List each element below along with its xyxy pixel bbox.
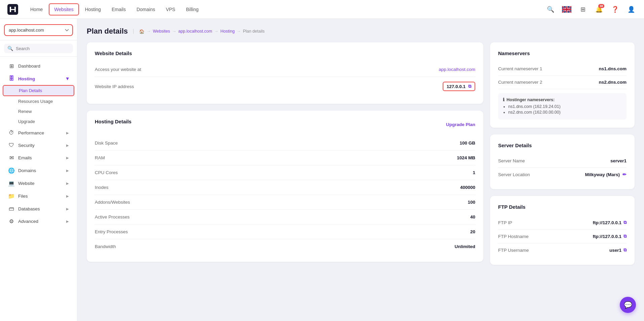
chevron-icon: ▶ [66,131,69,135]
website-details-title: Website Details [95,50,475,56]
copy-ftp-hostname-icon[interactable]: ⧉ [623,234,627,239]
ftp-details-card: FTP Details FTP IP ftp://127.0.0.1 ⧉ FTP… [490,196,635,265]
breadcrumb-hosting[interactable]: Hosting [220,29,235,34]
sidebar-item-domains[interactable]: 🌐 Domains ▶ [3,164,74,177]
ftp-username-value: user1 ⧉ [609,247,627,253]
notifications-button[interactable]: 🔔 38 [593,3,605,15]
copy-ftp-ip-icon[interactable]: ⧉ [623,220,627,225]
nav-vps[interactable]: VPS [161,4,180,15]
active-processes-row: Active Processes 40 [95,210,475,225]
breadcrumb-current: Plan details [243,29,265,34]
hosting-details-title: Hosting Details [95,119,131,124]
chevron-icon: ▶ [66,77,70,80]
access-label: Access your website at [95,67,141,72]
addons-value: 100 [468,200,475,205]
chat-button[interactable]: 💬 [620,297,636,313]
active-processes-value: 40 [470,214,475,219]
left-column: Website Details Access your website at a… [87,42,483,265]
ftp-details-title: FTP Details [498,204,627,210]
top-navigation: Home Websites Hosting Emails Domains VPS… [0,0,644,19]
server-details-card: Server Details Server Name server1 Serve… [490,134,635,189]
ip-label: Website IP address [95,84,134,89]
nav-billing[interactable]: Billing [181,4,203,15]
chevron-icon: ▶ [66,207,69,211]
chevron-icon: ▶ [66,219,69,223]
sidebar-subitem-resources-usage[interactable]: Resources Usage [3,96,74,106]
folder-icon: 📁 [8,193,15,199]
main-content: Plan details 🏠 → Websites → app.localhos… [77,19,644,321]
nav-home[interactable]: Home [26,4,47,15]
nav-emails[interactable]: Emails [107,4,130,15]
breadcrumb: 🏠 → Websites → app.localhost.com → Hosti… [133,29,265,34]
sidebar-item-files[interactable]: 📁 Files ▶ [3,190,74,202]
sidebar-subitem-plan-details[interactable]: Plan Details [3,85,74,96]
bandwidth-row: Bandwidth Unlimited [95,239,475,254]
sidebar-item-label: Dashboard [18,64,40,69]
logo[interactable] [7,3,19,15]
inodes-label: Inodes [95,185,109,190]
ftp-username-label: FTP Username [498,248,529,253]
sidebar-item-label: Databases [18,206,40,211]
chevron-icon: ▶ [66,194,69,198]
copy-ip-icon[interactable]: ⧉ [468,84,471,89]
sidebar-item-label: Security [18,143,35,148]
access-link[interactable]: app.localhost.com [439,67,475,72]
ram-row: RAM 1024 MB [95,151,475,165]
sidebar-item-security[interactable]: 🛡 Security ▶ [3,139,74,151]
search-box[interactable]: 🔍 [4,44,73,53]
ip-value: 127.0.0.1 [447,84,466,89]
cpu-row: CPU Cores 1 [95,165,475,180]
sidebar-item-website[interactable]: 💻 Website ▶ [3,177,74,190]
inodes-row: Inodes 400000 [95,180,475,195]
bandwidth-label: Bandwidth [95,244,116,249]
user-avatar[interactable]: 👤 [625,3,637,15]
sidebar-item-performance[interactable]: ⏱ Performance ▶ [3,127,74,139]
bandwidth-value: Unlimited [454,244,475,249]
active-processes-label: Active Processes [95,214,130,219]
laptop-icon: 💻 [8,180,15,187]
breadcrumb-domain[interactable]: app.localhost.com [178,29,212,34]
nav-domains[interactable]: Domains [132,4,160,15]
screens-button[interactable]: ⊞ [577,3,589,15]
database-icon: 🗃 [8,206,15,212]
sidebar-item-advanced[interactable]: ⚙ Advanced ▶ [3,215,74,228]
search-input[interactable] [16,46,70,51]
nav-websites[interactable]: Websites [49,3,79,15]
language-selector[interactable] [561,3,573,15]
ftp-hostname-value: ftp://127.0.0.1 ⧉ [593,234,627,239]
upgrade-plan-link[interactable]: Upgrade Plan [446,122,475,127]
addons-label: Addons/Websites [95,200,130,205]
entry-processes-label: Entry Processes [95,229,128,234]
ftp-hostname-row: FTP Hostname ftp://127.0.0.1 ⧉ [498,230,627,243]
sidebar-item-label: Hosting [18,76,35,81]
copy-ftp-username-icon[interactable]: ⧉ [623,247,627,253]
help-button[interactable]: ❓ [609,3,621,15]
breadcrumb-websites[interactable]: Websites [153,29,170,34]
sidebar-item-emails[interactable]: ✉ Emails ▶ [3,152,74,164]
domain-selector-area: app.localhost.com [0,19,77,40]
ftp-username-row: FTP Username user1 ⧉ [498,243,627,257]
sidebar-subitem-upgrade[interactable]: Upgrade [3,117,74,126]
server-location-label: Server Location [498,172,530,177]
ram-value: 1024 MB [457,155,475,160]
ns2-value: ns2.dns.com [599,80,627,85]
ftp-ip-label: FTP IP [498,220,512,225]
ftp-hostname-label: FTP Hostname [498,234,529,239]
server-location-value: Milkyway (Mars) ✏ [585,172,627,177]
nav-hosting[interactable]: Hosting [80,4,106,15]
sidebar-item-dashboard[interactable]: ⊞ Dashboard [3,60,74,72]
notification-badge: 38 [598,4,604,8]
search-button[interactable]: 🔍 [545,3,557,15]
sidebar-item-hosting[interactable]: 🗄 Hosting ▶ [3,73,74,85]
gear-icon: ⚙ [8,218,15,225]
hostinger-ns2: ns2.dns.com (162.00.00.00) [508,110,622,115]
grid-icon: ⊞ [8,63,15,69]
hostinger-ns-title: ℹ Hostinger nameservers: [503,97,622,102]
edit-location-icon[interactable]: ✏ [622,172,627,177]
sidebar-subitem-renew[interactable]: Renew [3,107,74,116]
disk-space-label: Disk Space [95,141,118,146]
nav-items: Home Websites Hosting Emails Domains VPS… [26,3,545,15]
ns1-value: ns1.dns.com [599,66,627,71]
domain-select[interactable]: app.localhost.com [4,24,73,36]
sidebar-item-databases[interactable]: 🗃 Databases ▶ [3,203,74,215]
